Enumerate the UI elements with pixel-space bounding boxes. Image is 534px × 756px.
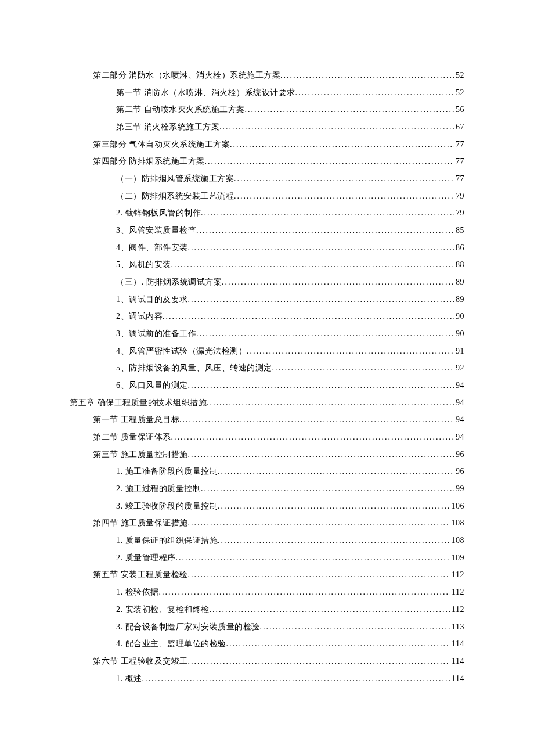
toc-leader-dots (163, 308, 454, 325)
toc-entry[interactable]: 第二节 质量保证体系 94 (70, 429, 464, 446)
toc-entry-title: 1. 施工准备阶段的质量控制 (116, 463, 218, 480)
toc-entry[interactable]: 3. 配合设备制造厂家对安装质量的检验113 (70, 618, 464, 636)
toc-leader-dots (272, 359, 455, 377)
toc-entry-page: 79 (454, 204, 464, 222)
toc-entry-title: 3. 配合设备制造厂家对安装质量的检验 (116, 618, 260, 636)
toc-entry[interactable]: 4、风管严密性试验（漏光法检测）91 (70, 343, 464, 360)
toc-leader-dots (188, 377, 455, 394)
toc-entry-page: 94 (454, 377, 464, 394)
toc-leader-dots (196, 222, 454, 239)
toc-entry[interactable]: 第五节 安装工程质量检验 112 (70, 566, 464, 584)
toc-entry-page: 108 (450, 532, 465, 549)
toc-entry-title: 5、风机的安装 (116, 256, 171, 273)
toc-entry[interactable]: 4. 配合业主、监理单位的检验 114 (70, 635, 464, 653)
toc-entry-page: 91 (454, 343, 464, 360)
toc-leader-dots (142, 670, 451, 687)
toc-entry[interactable]: 第二节 自动喷水灭火系统施工方案56 (70, 101, 464, 118)
toc-entry[interactable]: 2. 施工过程的质量控制 99 (70, 480, 464, 498)
toc-entry[interactable]: 1. 检验依据 112 (70, 584, 464, 601)
toc-entry[interactable]: 第二部分 消防水（水喷淋、消火栓）系统施工方案52 (70, 67, 464, 84)
toc-entry[interactable]: 第四部分 防排烟系统施工方案 77 (70, 153, 464, 170)
toc-entry-page: 96 (454, 463, 464, 480)
toc-entry-title: 1. 质量保证的组织保证措施 (116, 532, 218, 549)
toc-entry[interactable]: 第一节 工程质量总目标 94 (70, 411, 464, 429)
toc-entry-title: 第三节 施工质量控制措施 (93, 446, 188, 463)
toc-entry-title: 4、风管严密性试验（漏光法检测） (116, 343, 247, 360)
toc-entry-page: 94 (454, 394, 464, 412)
toc-entry-title: 1. 概述 (116, 670, 142, 687)
toc-entry-title: 第一节 消防水（水喷淋、消火栓）系统设计要求 (116, 84, 295, 102)
toc-leader-dots (226, 635, 451, 653)
toc-entry[interactable]: 第三节 施工质量控制措施 96 (70, 446, 464, 463)
toc-entry[interactable]: 5、防排烟设备的风量、风压、转速的测定92 (70, 359, 464, 377)
toc-entry[interactable]: 2. 安装初检、复检和终检 112 (70, 601, 464, 618)
toc-entry-title: 2、调试内容 (116, 308, 163, 325)
toc-leader-dots (188, 446, 455, 463)
toc-entry[interactable]: 2. 质量管理程序 109 (70, 549, 464, 567)
toc-leader-dots (295, 84, 455, 102)
toc-entry[interactable]: 1、调试目的及要求 89 (70, 291, 464, 308)
toc-leader-dots (280, 67, 454, 84)
toc-leader-dots (218, 463, 454, 480)
toc-leader-dots (196, 325, 454, 343)
toc-leader-dots (188, 653, 451, 670)
toc-entry-page: 108 (450, 514, 465, 532)
toc-entry-page: 114 (450, 653, 464, 670)
toc-entry-page: 86 (454, 239, 464, 257)
toc-entry[interactable]: 1. 质量保证的组织保证措施 108 (70, 532, 464, 549)
toc-entry[interactable]: 6、风口风量的测定 94 (70, 377, 464, 394)
toc-entry-title: （一）防排烟风管系统施工方案 (116, 170, 234, 188)
toc-leader-dots (188, 514, 450, 532)
toc-leader-dots (188, 239, 455, 257)
toc-entry[interactable]: （一）防排烟风管系统施工方案77 (70, 170, 464, 188)
toc-entry-title: 第三部分 气体自动灭火系统施工方案 (93, 136, 230, 153)
toc-entry-page: 94 (454, 429, 464, 446)
toc-entry-page: 92 (454, 359, 464, 377)
toc-entry[interactable]: 第三部分 气体自动灭火系统施工方案77 (70, 136, 464, 153)
toc-entry[interactable]: 4、阀件、部件安装 86 (70, 239, 464, 257)
toc-entry[interactable]: （三）. 防排烟系统调试方案 89 (70, 273, 464, 291)
toc-leader-dots (219, 118, 454, 136)
toc-entry[interactable]: 5、风机的安装 88 (70, 256, 464, 273)
toc-leader-dots (260, 618, 451, 636)
toc-leader-dots (179, 411, 454, 429)
toc-entry[interactable]: 3、调试前的准备工作 90 (70, 325, 464, 343)
toc-entry-title: 2. 质量管理程序 (116, 549, 176, 567)
toc-leader-dots (210, 601, 451, 618)
toc-entry[interactable]: 第四节 施工质量保证措施 108 (70, 514, 464, 532)
toc-entry[interactable]: 第五章 确保工程质量的技术组织措施 94 (70, 394, 464, 412)
toc-entry[interactable]: 2. 镀锌钢板风管的制作 79 (70, 204, 464, 222)
toc-entry-title: 第五节 安装工程质量检验 (93, 566, 188, 584)
toc-leader-dots (171, 256, 455, 273)
toc-leader-dots (218, 498, 450, 515)
toc-entry-title: （二）防排烟系统安装工艺流程 (116, 188, 234, 205)
toc-entry-page: 77 (454, 136, 464, 153)
toc-entry-page: 112 (450, 601, 464, 618)
toc-entry[interactable]: 1. 概述 114 (70, 670, 464, 687)
toc-entry-title: 5、防排烟设备的风量、风压、转速的测定 (116, 359, 272, 377)
toc-entry[interactable]: 2、调试内容 90 (70, 308, 464, 325)
toc-entry-title: 3、调试前的准备工作 (116, 325, 196, 343)
toc-entry-page: 112 (450, 566, 464, 584)
toc-entry[interactable]: 3. 竣工验收阶段的质量控制 106 (70, 498, 464, 515)
toc-entry-title: 第二节 质量保证体系 (93, 429, 171, 446)
toc-entry[interactable]: 第一节 消防水（水喷淋、消火栓）系统设计要求52 (70, 84, 464, 102)
toc-entry[interactable]: 第六节 工程验收及交竣工 114 (70, 653, 464, 670)
toc-entry-page: 112 (450, 584, 464, 601)
toc-entry-page: 56 (454, 101, 464, 118)
toc-entry[interactable]: 第三节 消火栓系统施工方案 67 (70, 118, 464, 136)
toc-entry-page: 90 (454, 308, 464, 325)
toc-entry-page: 113 (450, 618, 464, 636)
toc-entry-title: 第二节 自动喷水灭火系统施工方案 (116, 101, 245, 118)
toc-entry-title: 4. 配合业主、监理单位的检验 (116, 635, 226, 653)
toc-entry[interactable]: 3、风管安装质量检查 85 (70, 222, 464, 239)
toc-entry-title: 第四节 施工质量保证措施 (93, 514, 188, 532)
toc-entry[interactable]: 1. 施工准备阶段的质量控制 96 (70, 463, 464, 480)
toc-entry[interactable]: （二）防排烟系统安装工艺流程79 (70, 188, 464, 205)
toc-entry-page: 52 (454, 67, 464, 84)
toc-entry-title: 6、风口风量的测定 (116, 377, 188, 394)
toc-entry-page: 106 (450, 498, 465, 515)
toc-entry-page: 114 (450, 635, 464, 653)
toc-leader-dots (207, 394, 454, 412)
toc-entry-page: 89 (454, 273, 464, 291)
